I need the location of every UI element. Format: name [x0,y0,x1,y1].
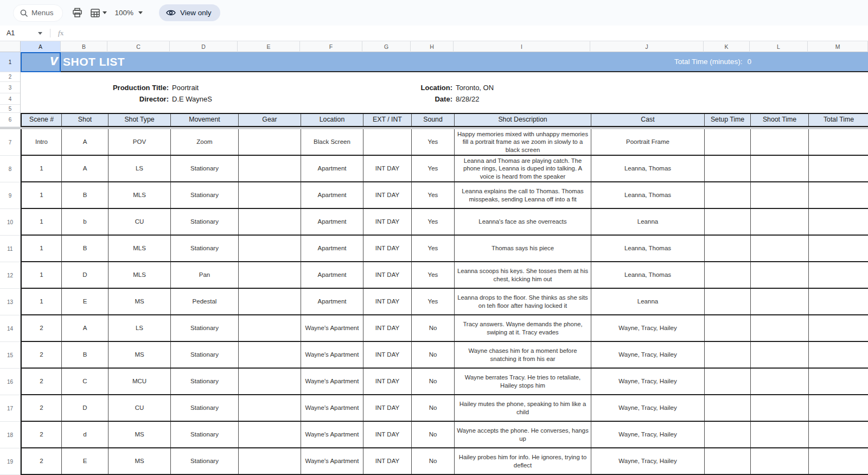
table-cell[interactable] [239,342,301,368]
table-cell[interactable]: Leanna, Thomas [591,156,705,181]
row-header-7[interactable]: 7 [0,129,20,156]
table-cell[interactable] [705,182,751,208]
header-cell[interactable]: Shoot Time [751,114,809,126]
table-cell[interactable]: No [412,395,455,421]
table-cell[interactable] [809,448,868,474]
table-cell[interactable]: Leanna [591,289,705,314]
table-cell[interactable]: No [412,422,455,447]
header-cell[interactable]: Total Time [809,114,868,126]
table-cell[interactable]: Intro [22,129,62,155]
table-cell[interactable]: Leanna scoops his keys. She tosses them … [455,262,591,288]
formula-input[interactable] [63,26,868,41]
table-cell[interactable]: Leanna explains the call to Thomas. Thom… [455,182,591,208]
table-cell[interactable]: Hailey mutes the phone, speaking to him … [455,395,591,421]
row-header-17[interactable]: 17 [0,395,20,422]
header-cell[interactable]: Shot [62,114,108,126]
table-cell[interactable] [809,209,868,235]
table-cell[interactable]: Wayne, Tracy, Hailey [591,315,705,341]
table-cell[interactable]: No [412,369,455,394]
menus-search-button[interactable]: Menus [13,4,63,22]
table-cell[interactable]: Leanna drops to the floor. She thinks as… [455,289,591,314]
row-header-10[interactable]: 10 [0,209,20,236]
table-cell[interactable]: Black Screen [301,129,363,155]
table-cell[interactable]: 1 [22,289,62,314]
table-cell[interactable]: MLS [108,182,171,208]
table-cell[interactable] [809,236,868,261]
table-cell[interactable] [705,236,751,261]
header-cell[interactable]: Shot Description [455,114,591,126]
header-cell[interactable]: Scene # [22,114,62,126]
table-cell[interactable]: Pedestal [171,289,239,314]
table-cell[interactable] [363,129,412,155]
table-cell[interactable]: 1 [22,182,62,208]
table-cell[interactable]: Yes [412,129,455,155]
table-cell[interactable]: Stationary [171,448,239,474]
header-cell[interactable]: Setup Time [705,114,751,126]
table-cell[interactable] [705,395,751,421]
table-cell[interactable]: Yes [412,236,455,261]
table-cell[interactable] [809,129,868,155]
table-cell[interactable]: B [62,236,108,261]
column-header-H[interactable]: H [411,41,454,52]
view-only-badge[interactable]: View only [159,4,220,21]
table-cell[interactable]: Stationary [171,369,239,394]
table-cell[interactable]: LS [108,315,171,341]
table-cell[interactable]: LS [108,156,171,181]
table-cell[interactable] [239,395,301,421]
select-all-corner[interactable] [0,41,21,52]
header-cell[interactable]: Sound [412,114,455,126]
table-cell[interactable] [239,156,301,181]
table-cell[interactable]: Leanna, Thomas [591,262,705,288]
table-cell[interactable]: INT DAY [363,395,412,421]
row-header-16[interactable]: 16 [0,369,20,395]
table-cell[interactable]: No [412,315,455,341]
table-cell[interactable]: B [62,342,108,368]
table-cell[interactable]: Yes [412,156,455,181]
table-cell[interactable]: Apartment [301,209,363,235]
table-cell[interactable]: MCU [108,369,171,394]
header-cell[interactable]: Location [301,114,363,126]
table-cell[interactable]: Leanna, Thomas [591,236,705,261]
table-cell[interactable]: POV [108,129,171,155]
table-cell[interactable] [809,315,868,341]
table-cell[interactable]: Wayne accepts the phone. He converses, h… [455,422,591,447]
table-cell[interactable] [705,342,751,368]
table-cell[interactable]: Pan [171,262,239,288]
director-value[interactable]: D.E WayneS [172,93,212,105]
table-cell[interactable] [751,315,809,341]
table-cell[interactable]: Stationary [171,156,239,181]
table-cell[interactable]: E [62,289,108,314]
row-header-11[interactable]: 11 [0,236,20,262]
table-cell[interactable]: 1 [22,262,62,288]
table-cell[interactable]: Leanna [591,209,705,235]
header-cell[interactable]: Shot Type [108,114,171,126]
table-cell[interactable] [705,262,751,288]
row-header-12[interactable]: 12 [0,262,20,289]
location-value[interactable]: Toronto, ON [456,82,494,93]
table-cell[interactable] [809,342,868,368]
table-cell[interactable]: Stationary [171,209,239,235]
table-cell[interactable]: INT DAY [363,209,412,235]
table-cell[interactable]: 2 [22,342,62,368]
table-cell[interactable] [239,236,301,261]
table-cell[interactable] [751,369,809,394]
table-cell[interactable]: Leanna and Thomas are playing catch. The… [455,156,591,181]
frozen-rows-divider[interactable] [0,127,868,129]
table-cell[interactable] [809,262,868,288]
table-cell[interactable]: No [412,448,455,474]
table-cell[interactable]: Yes [412,262,455,288]
table-cell[interactable] [751,262,809,288]
date-value[interactable]: 8/28/22 [456,93,479,105]
table-cell[interactable]: D [62,395,108,421]
table-cell[interactable]: Stationary [171,422,239,447]
table-cell[interactable]: D [62,262,108,288]
row-header-19[interactable]: 19 [0,448,20,475]
table-cell[interactable]: Stationary [171,395,239,421]
row-header-6[interactable]: 6 [0,113,20,127]
table-cell[interactable]: Wayne's Apartment [301,448,363,474]
table-cell[interactable]: MLS [108,262,171,288]
table-cell[interactable]: Apartment [301,156,363,181]
table-cell[interactable] [751,209,809,235]
table-cell[interactable] [809,156,868,181]
table-cell[interactable] [751,129,809,155]
